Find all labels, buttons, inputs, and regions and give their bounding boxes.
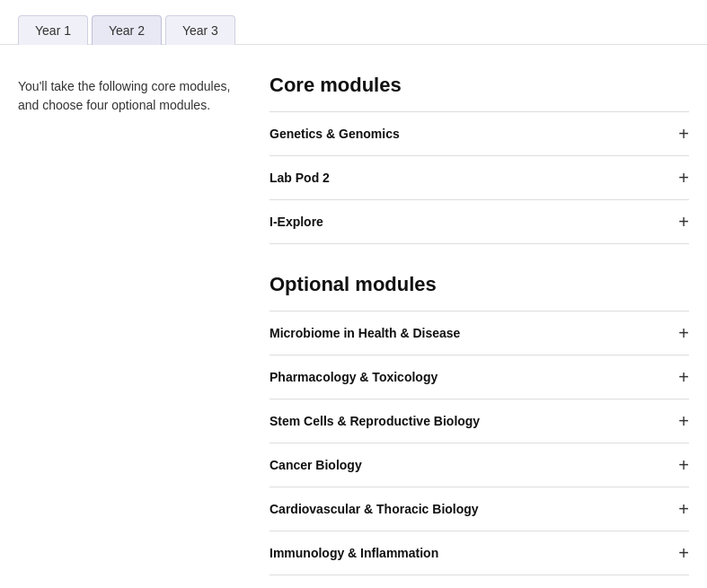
optional-module-label: Immunology & Inflammation — [270, 546, 438, 560]
tab-year1[interactable]: Year 1 — [18, 15, 88, 45]
optional-module-item[interactable]: Neuroscience + — [270, 575, 689, 588]
optional-module-label: Stem Cells & Reproductive Biology — [270, 414, 480, 428]
optional-module-label: Cancer Biology — [270, 458, 362, 472]
core-modules-heading: Core modules — [270, 74, 689, 97]
expand-icon: + — [678, 324, 689, 342]
expand-icon: + — [678, 368, 689, 386]
expand-icon: + — [678, 169, 689, 187]
optional-module-label: Cardiovascular & Thoracic Biology — [270, 502, 479, 516]
expand-icon: + — [678, 456, 689, 474]
core-modules-list: Genetics & Genomics + Lab Pod 2 + I-Expl… — [270, 111, 689, 244]
optional-module-item[interactable]: Cancer Biology + — [270, 443, 689, 487]
expand-icon: + — [678, 125, 689, 143]
optional-module-item[interactable]: Immunology & Inflammation + — [270, 531, 689, 575]
tab-year3[interactable]: Year 3 — [165, 15, 235, 45]
sidebar-description: You'll take the following core modules, … — [18, 74, 234, 588]
optional-module-item[interactable]: Pharmacology & Toxicology + — [270, 355, 689, 399]
tab-year2[interactable]: Year 2 — [92, 15, 162, 45]
core-module-item[interactable]: Genetics & Genomics + — [270, 112, 689, 156]
expand-icon: + — [678, 544, 689, 562]
optional-module-item[interactable]: Stem Cells & Reproductive Biology + — [270, 399, 689, 443]
optional-modules-list: Microbiome in Health & Disease + Pharmac… — [270, 311, 689, 588]
optional-module-label: Microbiome in Health & Disease — [270, 326, 460, 340]
core-module-label: Genetics & Genomics — [270, 127, 400, 141]
core-module-item[interactable]: I-Explore + — [270, 200, 689, 244]
modules-section: Core modules Genetics & Genomics + Lab P… — [270, 74, 689, 588]
core-module-label: I-Explore — [270, 215, 323, 229]
tab-bar: Year 1 Year 2 Year 3 — [0, 0, 707, 45]
core-module-label: Lab Pod 2 — [270, 171, 330, 185]
expand-icon: + — [678, 500, 689, 518]
core-module-item[interactable]: Lab Pod 2 + — [270, 156, 689, 200]
main-content: You'll take the following core modules, … — [0, 45, 707, 588]
expand-icon: + — [678, 213, 689, 231]
optional-modules-heading: Optional modules — [270, 273, 689, 296]
optional-module-item[interactable]: Cardiovascular & Thoracic Biology + — [270, 487, 689, 531]
optional-module-label: Pharmacology & Toxicology — [270, 370, 437, 384]
expand-icon: + — [678, 412, 689, 430]
optional-module-item[interactable]: Microbiome in Health & Disease + — [270, 312, 689, 355]
